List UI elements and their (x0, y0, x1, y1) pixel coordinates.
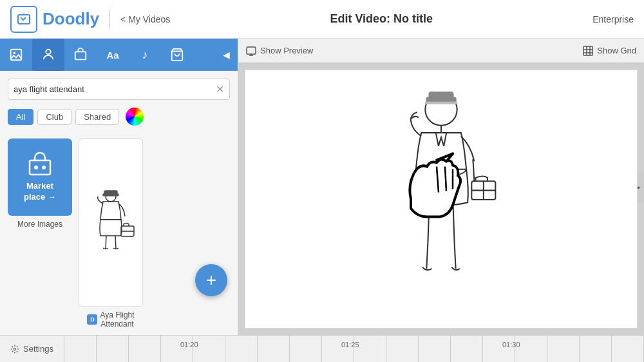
search-clear-icon[interactable]: ✕ (216, 83, 224, 95)
svg-rect-7 (30, 160, 50, 175)
d-badge: D (87, 314, 97, 325)
flight-attendant-thumb (79, 138, 143, 307)
marketplace-label: Marketplace → (24, 181, 56, 203)
canvas-content[interactable] (245, 70, 638, 329)
logo-box (10, 6, 37, 33)
svg-point-3 (13, 52, 15, 54)
svg-point-4 (46, 50, 50, 54)
svg-rect-17 (247, 47, 256, 54)
collapse-panel-button[interactable]: ◀ (214, 39, 238, 71)
tab-props[interactable] (64, 39, 97, 71)
svg-rect-27 (426, 98, 455, 101)
svg-point-40 (14, 348, 16, 350)
canvas-area: Show Preview Show Grid ▶ (238, 39, 644, 335)
color-wheel-icon[interactable] (126, 108, 144, 126)
svg-line-13 (106, 236, 106, 249)
marketplace-item-label: More Images (17, 220, 62, 229)
svg-point-9 (42, 166, 46, 169)
timeline-marker-1: 01:20 (180, 341, 198, 348)
left-panel: Categories Aa ♪ ◀ ✕ (0, 39, 238, 335)
svg-rect-5 (75, 52, 86, 59)
show-grid-button[interactable]: Show Grid (583, 46, 636, 56)
svg-rect-12 (103, 194, 118, 196)
toolbar-tabs: Aa ♪ ◀ (0, 39, 238, 71)
edit-video-title: Edit Video: No title (170, 12, 592, 26)
show-preview-label: Show Preview (260, 46, 313, 55)
timeline: Settings 01:20 01:25 01:30 (0, 335, 644, 362)
marketplace-thumb-inner: Marketplace → (8, 138, 72, 216)
tab-characters[interactable] (32, 39, 64, 71)
canvas-toolbar: Show Preview Show Grid (238, 39, 644, 63)
svg-line-33 (455, 242, 456, 269)
marketplace-thumb: Marketplace → (8, 138, 72, 216)
tab-text[interactable]: Aa (97, 39, 129, 71)
enterprise-label: Enterprise (592, 14, 634, 24)
timeline-ruler[interactable]: 01:20 01:25 01:30 (64, 336, 644, 362)
search-input[interactable] (14, 84, 216, 94)
svg-line-14 (115, 236, 116, 249)
filter-row: All Club Shared (0, 108, 238, 132)
logo-area: Doodly (10, 6, 99, 33)
search-area: ✕ (0, 71, 238, 108)
timeline-marker-3: 01:30 (502, 341, 520, 348)
flight-attendant-canvas-svg (377, 83, 506, 315)
add-button[interactable]: + (195, 264, 227, 296)
svg-rect-20 (583, 46, 592, 55)
svg-line-29 (473, 159, 474, 181)
marketplace-item[interactable]: Marketplace → More Images (8, 138, 72, 329)
show-grid-label: Show Grid (597, 46, 636, 55)
timeline-marker-2: 01:25 (341, 341, 359, 348)
items-grid: Marketplace → More Images (0, 132, 238, 335)
svg-point-8 (34, 166, 38, 169)
tab-cart[interactable] (161, 39, 193, 71)
my-videos-link[interactable]: < My Videos (120, 14, 170, 24)
filter-shared-button[interactable]: Shared (75, 109, 119, 125)
tab-images[interactable] (0, 39, 32, 71)
topbar: Doodly < My Videos Edit Video: No title … (0, 0, 644, 39)
logo-text: Doodly (43, 9, 99, 29)
flight-attendant-label: D Aya FlightAttendant (87, 310, 134, 329)
show-preview-button[interactable]: Show Preview (246, 46, 313, 56)
filter-all-button[interactable]: All (8, 109, 33, 125)
filter-club-button[interactable]: Club (37, 109, 71, 125)
aya-flight-attendant-item[interactable]: D Aya FlightAttendant (79, 138, 143, 329)
settings-button[interactable]: Settings (0, 336, 64, 362)
topbar-divider (109, 10, 110, 29)
settings-label: Settings (23, 344, 53, 354)
main-layout: Categories Aa ♪ ◀ ✕ (0, 39, 644, 335)
svg-line-32 (426, 242, 428, 269)
svg-line-31 (453, 204, 455, 242)
tab-music[interactable]: ♪ (129, 39, 161, 71)
svg-line-30 (428, 204, 429, 242)
search-wrapper: ✕ (8, 79, 230, 100)
